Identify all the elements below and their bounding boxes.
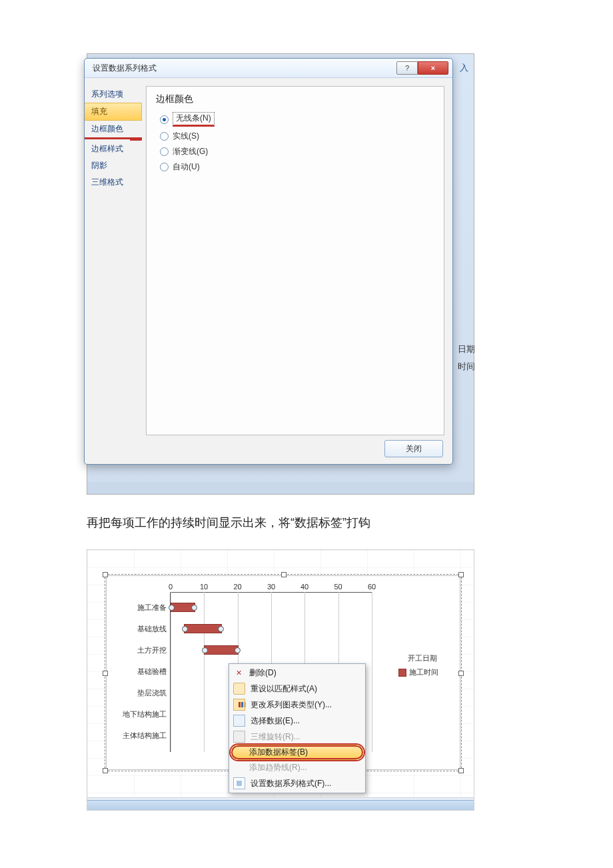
- category-label: 基础验槽: [107, 667, 167, 677]
- nav-border-color[interactable]: 边框颜色: [85, 121, 142, 139]
- blank-icon: [233, 763, 244, 773]
- nav-series-options[interactable]: 系列选项: [85, 86, 142, 103]
- ctx-reset-label: 重设以匹配样式(A): [251, 683, 317, 695]
- nav-three-d[interactable]: 三维格式: [85, 174, 142, 191]
- option-solid[interactable]: 实线(S): [156, 129, 434, 145]
- ctx-select-data-label: 选择数据(E)...: [251, 715, 300, 727]
- select-data-icon: [233, 715, 245, 727]
- ctx-format-series-label: 设置数据系列格式(F)...: [251, 778, 331, 789]
- screenshot-format-dialog: 入 日期 时间 设置数据系列格式 ? × 系列选项 填充 边框颜色 边框样式: [87, 53, 474, 495]
- chart-legend: 开工日期 施工时间: [398, 649, 456, 681]
- bar-duration[interactable]: [171, 603, 195, 612]
- ctx-reset-match[interactable]: 重设以匹配样式(A): [231, 681, 364, 697]
- context-menu: ✕ 删除(D) 重设以匹配样式(A) 更改系列图表类型(Y)... 选择数据(E…: [229, 663, 366, 793]
- chart-type-icon: [233, 699, 245, 711]
- x-axis: 0 10 20 30 40 50 60: [171, 583, 372, 592]
- sheet-tab-strip: [87, 800, 474, 810]
- close-x-button[interactable]: ×: [418, 61, 448, 75]
- dialog-titlebar[interactable]: 设置数据系列格式 ? ×: [85, 59, 452, 78]
- option-auto-label: 自动(U): [173, 161, 200, 173]
- tick: 60: [368, 583, 376, 591]
- radio-icon: [160, 132, 169, 141]
- tick: 50: [334, 583, 342, 591]
- category-label: 主体结构施工: [107, 731, 167, 741]
- screenshot-chart-context: 0 10 20 30 40 50 60 施工准备 基础放线 土方开挖 基础验槽 …: [87, 549, 474, 811]
- legend-duration: 施工时间: [409, 667, 438, 677]
- ctx-add-trendline: 添加趋势线(R)...: [231, 760, 364, 775]
- panel-heading: 边框颜色: [156, 93, 434, 105]
- radio-icon: [160, 147, 169, 156]
- help-button[interactable]: ?: [396, 61, 418, 75]
- instruction-text: 再把每项工作的持续时间显示出来，将“数据标签”打钩: [87, 515, 526, 531]
- reset-style-icon: [233, 683, 245, 695]
- radio-icon: [160, 115, 169, 124]
- nav-border-style[interactable]: 边框样式: [85, 141, 142, 157]
- bar-duration[interactable]: [184, 624, 222, 633]
- ctx-add-labels-label: 添加数据标签(B): [249, 747, 308, 758]
- option-no-line[interactable]: 无线条(N): [156, 111, 434, 129]
- ctx-rotate-3d: 三维旋转(R)...: [231, 729, 364, 745]
- ctx-rotate-3d-label: 三维旋转(R)...: [251, 731, 301, 743]
- ctx-select-data[interactable]: 选择数据(E)...: [231, 713, 364, 729]
- ctx-delete-label: 删除(D): [249, 667, 277, 679]
- legend-start: 开工日期: [408, 653, 437, 663]
- option-gradient-label: 渐变线(G): [173, 146, 208, 157]
- bar-duration[interactable]: [204, 645, 239, 655]
- border-color-panel: 边框颜色 无线条(N) 实线(S) 渐变线(G): [146, 86, 444, 435]
- delete-icon: ✕: [233, 668, 244, 679]
- ctx-change-type-label: 更改系列图表类型(Y)...: [251, 699, 332, 711]
- category-label: 施工准备: [107, 603, 167, 613]
- option-gradient[interactable]: 渐变线(G): [156, 145, 434, 160]
- format-series-dialog: 设置数据系列格式 ? × 系列选项 填充 边框颜色 边框样式 阴影 三维格式 边: [84, 58, 453, 465]
- ctx-format-series[interactable]: 设置数据系列格式(F)...: [231, 775, 364, 791]
- tick: 40: [301, 583, 308, 591]
- category-label: 地下结构施工: [107, 709, 167, 719]
- radio-icon: [160, 163, 169, 171]
- tick: 20: [233, 583, 241, 591]
- option-no-line-label: 无线条(N): [173, 112, 215, 127]
- option-solid-label: 实线(S): [173, 131, 199, 142]
- bg-right-labels: 日期 时间: [458, 341, 475, 375]
- dialog-side-nav: 系列选项 填充 边框颜色 边框样式 阴影 三维格式: [85, 78, 142, 465]
- format-series-icon: [233, 777, 245, 789]
- tick: 10: [200, 583, 208, 591]
- blank-icon: [233, 747, 244, 758]
- category-label: 垫层浇筑: [107, 688, 167, 698]
- ctx-add-trend-label: 添加趋势线(R)...: [249, 762, 307, 773]
- ctx-change-type[interactable]: 更改系列图表类型(Y)...: [231, 697, 364, 713]
- nav-shadow[interactable]: 阴影: [85, 157, 142, 174]
- rotate-3d-icon: [233, 731, 245, 743]
- bg-right-label-2: 时间: [458, 358, 475, 375]
- tick: 0: [169, 583, 173, 591]
- bg-right-label-1: 日期: [458, 341, 475, 358]
- dialog-title: 设置数据系列格式: [89, 63, 157, 74]
- category-label: 土方开挖: [107, 645, 167, 655]
- tick: 30: [267, 583, 275, 591]
- ctx-delete[interactable]: ✕ 删除(D): [231, 665, 364, 681]
- nav-fill[interactable]: 填充: [85, 103, 142, 121]
- legend-swatch-icon: [398, 669, 406, 677]
- category-label: 基础放线: [107, 624, 167, 634]
- bg-insert-hint: 入: [460, 62, 468, 74]
- option-auto[interactable]: 自动(U): [156, 160, 434, 175]
- ctx-add-data-labels[interactable]: 添加数据标签(B): [231, 745, 364, 760]
- close-button[interactable]: 关闭: [384, 440, 443, 457]
